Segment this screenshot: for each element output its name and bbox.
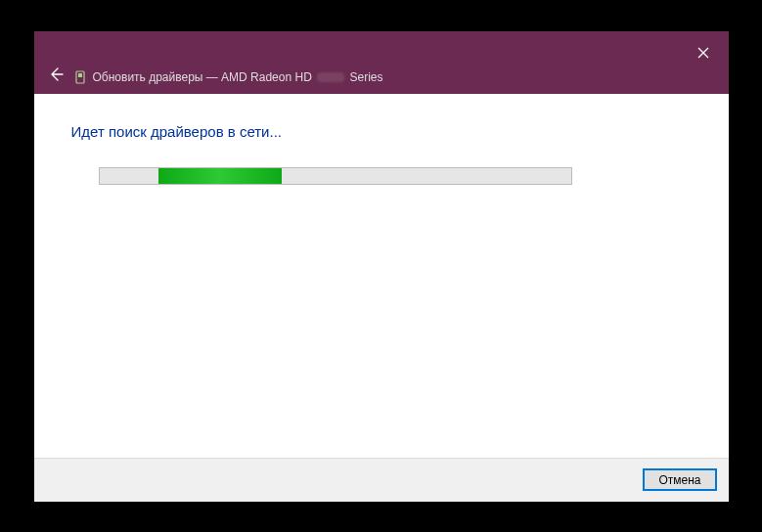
back-button[interactable] [46,65,66,84]
title-prefix: Обновить драйверы — AMD Radeon HD [93,70,312,84]
close-icon [697,47,709,59]
window-title: Обновить драйверы — AMD Radeon HD Series [93,70,383,84]
status-heading: Идет поиск драйверов в сети... [71,123,692,140]
close-button[interactable] [690,39,717,66]
progress-fill [158,168,282,184]
title-blur [317,72,344,82]
back-arrow-icon [48,66,64,82]
title-suffix: Series [350,70,383,84]
content-area: Идет поиск драйверов в сети... [34,94,729,458]
cancel-button[interactable]: Отмена [643,468,716,491]
device-icon [73,70,87,84]
progress-bar [99,167,572,185]
titlebar: Обновить драйверы — AMD Radeon HD Series [34,31,729,94]
footer: Отмена [34,458,729,502]
device-chip-icon [74,70,86,84]
svg-rect-3 [78,73,82,77]
driver-update-dialog: Обновить драйверы — AMD Radeon HD Series… [34,31,729,502]
